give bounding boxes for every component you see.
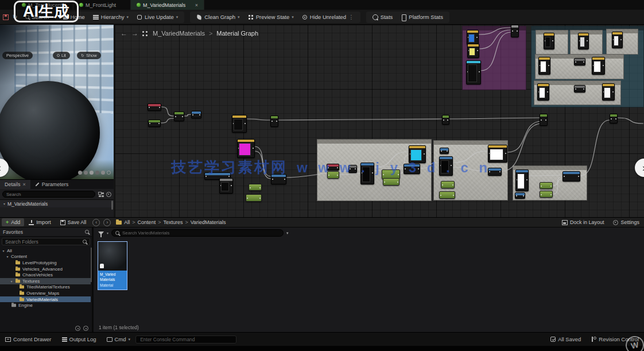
breadcrumb-all[interactable]: All (124, 219, 130, 225)
material-expression-node[interactable] (574, 58, 585, 65)
tree-item-all[interactable]: ▾All (0, 248, 91, 254)
save-icon[interactable] (3, 14, 9, 20)
material-expression-node[interactable] (612, 32, 623, 48)
view-options-caret-icon[interactable]: ▾ (286, 231, 289, 236)
material-expression-node[interactable] (540, 191, 553, 198)
console-command-input[interactable]: Enter Console Command (135, 335, 236, 344)
material-expression-node[interactable] (511, 25, 519, 37)
import-button[interactable]: Import (24, 218, 56, 227)
details-search-input[interactable]: Search (2, 191, 95, 198)
clean-graph-button[interactable]: Clean Graph▾ (192, 11, 243, 23)
material-expression-node[interactable] (219, 178, 233, 194)
platform-stats-button[interactable]: Platform Stats (397, 11, 447, 23)
material-expression-node[interactable] (466, 60, 481, 84)
material-expression-node[interactable] (249, 184, 262, 191)
material-expression-node[interactable] (610, 114, 618, 124)
viewport-pill-lit[interactable]: Lit (53, 52, 70, 59)
preview-state-button[interactable]: Preview State▾ (244, 11, 298, 23)
material-expression-node[interactable] (537, 83, 549, 101)
material-expression-node[interactable] (467, 30, 479, 45)
add-button[interactable]: +Add (2, 218, 24, 226)
display-options-icon[interactable] (98, 192, 103, 197)
tree-item-content[interactable]: ▾Content (0, 254, 91, 260)
kebab-menu-icon[interactable]: ⋮ (348, 14, 354, 20)
tab-parameters[interactable]: Parameters (30, 180, 73, 189)
asset-search-input[interactable]: Search VariedMaterials (111, 229, 284, 237)
tab-details[interactable]: Details × (0, 180, 30, 189)
viewport-control-dot[interactable] (101, 171, 105, 175)
filter-sources-icon[interactable] (75, 326, 80, 331)
save-all-button[interactable]: Save All (56, 218, 91, 227)
tree-item-levelprototyping[interactable]: LevelPrototyping (0, 260, 91, 266)
tree-scrollbar[interactable] (91, 248, 92, 282)
tree-item-tiledmaterialtextures[interactable]: TiledMaterialTextures (0, 284, 91, 291)
favorites-header[interactable]: Favorites (0, 227, 92, 237)
material-expression-node[interactable] (441, 181, 455, 188)
back-button[interactable]: ‹ (92, 219, 100, 226)
all-saved-button[interactable]: All Saved (545, 336, 586, 342)
preview-viewport[interactable]: PerspectiveLit↻Show (0, 25, 114, 179)
material-expression-node[interactable] (540, 182, 553, 189)
sources-settings-icon[interactable] (83, 326, 88, 331)
filter-caret-icon[interactable]: ▾ (107, 231, 108, 235)
breadcrumb-variedmaterials[interactable]: VariedMaterials (191, 219, 226, 225)
tree-item-overview_maps[interactable]: Overview_Maps (0, 290, 91, 296)
tree-item-vehicles_advanced[interactable]: Vehicles_Advanced (0, 266, 91, 272)
material-preview-sphere[interactable] (0, 81, 100, 179)
asset-tile-material[interactable]: M_Varied Materials Material (98, 241, 127, 290)
search-icon[interactable] (85, 230, 89, 234)
hierarchy-button[interactable]: Hierarchy▾ (89, 11, 133, 23)
material-expression-node[interactable] (232, 115, 247, 133)
folder-search-input[interactable]: Search Folders (2, 238, 90, 245)
viewport-pill-perspective[interactable]: Perspective (2, 52, 33, 59)
hide-unrelated-button[interactable]: Hide Unrelated⋮ (298, 11, 358, 23)
tree-item-chaosvehicles[interactable]: ChaosVehicles (0, 272, 91, 278)
tree-chevron-icon[interactable]: ▾ (6, 254, 9, 259)
close-icon[interactable]: × (195, 2, 198, 8)
tree-item-engine[interactable]: Engine (0, 302, 91, 308)
material-expression-node[interactable] (270, 115, 278, 127)
material-expression-node[interactable] (148, 103, 161, 111)
material-expression-node[interactable] (562, 171, 580, 182)
tab-m_variedmaterials[interactable]: M_VariedMaterials× (131, 0, 204, 10)
material-expression-node[interactable] (383, 178, 399, 186)
material-expression-node[interactable] (191, 111, 201, 118)
tree-item-variedmaterials[interactable]: VariedMaterials (0, 296, 91, 303)
filter-funnel-icon[interactable] (98, 232, 104, 235)
live-update-button[interactable]: Live Update▾ (133, 11, 182, 23)
forward-button[interactable]: › (103, 219, 111, 226)
material-expression-node[interactable] (602, 83, 615, 101)
material-expression-node[interactable] (538, 57, 550, 75)
material-expression-node[interactable] (442, 115, 449, 125)
material-expression-node[interactable] (540, 114, 548, 126)
cb-settings-button[interactable]: Settings (608, 219, 644, 225)
viewport-control-dot[interactable] (90, 171, 94, 175)
material-expression-node[interactable] (515, 169, 529, 191)
material-expression-node[interactable] (488, 145, 507, 163)
viewport-control-ring[interactable] (107, 171, 111, 175)
content-drawer-button[interactable]: Content Drawer (0, 333, 57, 346)
cmd-dropdown[interactable]: Cmd▾ (102, 333, 136, 346)
output-log-button[interactable]: Output Log (57, 333, 102, 346)
material-expression-node[interactable] (544, 33, 554, 49)
material-expression-node[interactable] (467, 44, 479, 58)
material-expression-node[interactable] (440, 148, 449, 154)
tab-m_frontlight[interactable]: M_FrontLight (73, 0, 131, 10)
breadcrumb-content[interactable]: Content (138, 219, 156, 225)
tree-chevron-icon[interactable]: ▾ (2, 249, 5, 253)
material-expression-node[interactable] (578, 33, 589, 49)
back-arrow-icon[interactable]: ← (121, 29, 127, 37)
viewport-control-dot[interactable] (78, 171, 82, 175)
breadcrumb-textures[interactable]: Textures (163, 219, 183, 225)
dock-in-layout-button[interactable]: Dock in Layout (557, 219, 609, 225)
material-expression-node[interactable] (148, 119, 161, 127)
viewport-pill-show[interactable]: ↻Show (77, 52, 101, 59)
material-graph-canvas[interactable]: ← → M_VariedMaterials > Material Graph (115, 25, 644, 217)
viewport-control-dot[interactable] (95, 171, 99, 175)
details-section-header[interactable]: ▾ M_VariedMaterials (0, 199, 114, 207)
tree-item-textures[interactable]: ▾Textures (0, 278, 91, 284)
stats-button[interactable]: Stats (368, 11, 397, 23)
material-expression-node[interactable] (592, 57, 605, 75)
material-expression-node[interactable] (574, 85, 585, 92)
close-icon[interactable]: × (23, 182, 26, 187)
